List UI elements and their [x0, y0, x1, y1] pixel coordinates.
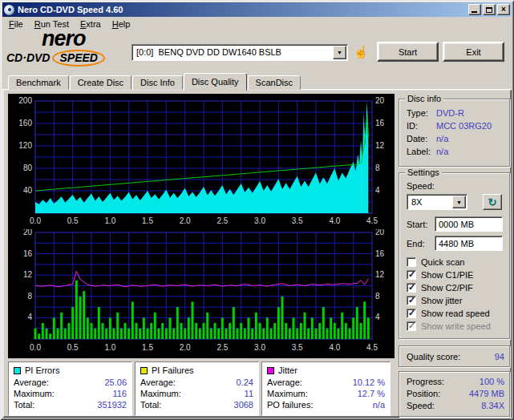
stat-row: Maximum:116: [14, 389, 127, 400]
drive-select[interactable]: [0:0] BENQ DVD DD DW1640 BSLB ▼: [132, 44, 348, 61]
svg-text:2.5: 2.5: [217, 343, 228, 352]
tab-benchmark[interactable]: Benchmark: [8, 75, 69, 90]
progress-value: 100 %: [480, 377, 504, 388]
tab-scandisc[interactable]: ScanDisc: [248, 75, 301, 90]
svg-text:4: 4: [375, 186, 380, 195]
chart-area: 4080120160200481216200.00.51.01.52.02.53…: [8, 94, 395, 358]
svg-text:8: 8: [375, 292, 380, 301]
tab-disc-info[interactable]: Disc Info: [132, 75, 183, 90]
pi-errors-stats-title: PI Errors: [25, 365, 59, 375]
svg-text:40: 40: [23, 186, 33, 195]
close-button[interactable]: ×: [497, 4, 510, 15]
app-disc-icon: [4, 5, 14, 15]
pi-failures-color-swatch: [140, 367, 148, 374]
menu-item-help[interactable]: Help: [107, 18, 136, 30]
progress-group: Progress: 100 % Position: 4479 MB Speed:…: [399, 371, 510, 417]
svg-text:2.0: 2.0: [180, 216, 191, 225]
end-position-input[interactable]: [435, 236, 503, 251]
checkbox-quick-scan[interactable]: ✓ Quick scan: [407, 256, 464, 268]
stat-row: Maximum:11: [140, 389, 253, 400]
refresh-icon: ↻: [488, 196, 497, 208]
stat-row: Average:25.06: [14, 378, 127, 389]
pi-failures-stats-title: PI Failures: [152, 365, 194, 375]
pi-failures-chart: 48121620481216200.00.51.01.52.02.53.03.5…: [8, 229, 395, 356]
disc-type-value: DVD-R: [436, 108, 464, 119]
svg-text:0.5: 0.5: [67, 343, 79, 352]
svg-text:2.5: 2.5: [217, 216, 228, 225]
check-icon: ✓: [408, 295, 415, 305]
minimize-button[interactable]: [468, 4, 481, 15]
svg-text:0.0: 0.0: [30, 343, 41, 352]
pi-errors-color-swatch: [14, 367, 21, 374]
pi-errors-stats-panel: PI Errors Average:25.06 Maximum:116 Tota…: [8, 361, 132, 416]
checkbox-icon: ✓: [407, 309, 416, 318]
svg-text:1.5: 1.5: [142, 343, 153, 352]
logo-speed-text: SPEED: [52, 50, 104, 67]
nero-logo-text: nero: [42, 26, 86, 51]
maximize-icon: [486, 7, 492, 13]
svg-text:0.5: 0.5: [67, 216, 79, 225]
position-row: Position: 4479 MB: [407, 389, 504, 400]
disc-id-value: MCC 03RG20: [436, 121, 492, 132]
pi-errors-chart: 4080120160200481216200.00.51.01.52.02.53…: [8, 94, 395, 228]
svg-text:16: 16: [23, 249, 33, 258]
svg-text:3.0: 3.0: [254, 343, 265, 352]
checkbox-show-c2-pif[interactable]: ✓ Show C2/PIF: [407, 282, 473, 293]
minimize-icon: [472, 11, 477, 13]
start-button[interactable]: Start: [377, 42, 439, 62]
drive-select-button[interactable]: ▼: [333, 46, 346, 59]
jitter-stats-panel: Jitter Average:10.12 % Maximum:12.7 % PO…: [261, 361, 391, 416]
stat-row: PO failures:n/a: [267, 400, 385, 411]
menu-item-file[interactable]: File: [3, 18, 29, 30]
checkbox-icon: ✓: [407, 296, 416, 305]
tab-disc-quality[interactable]: Disc Quality: [184, 73, 247, 91]
position-value: 4479 MB: [469, 389, 504, 400]
nero-logo-subtitle: CD·DVDSPEED: [6, 51, 105, 64]
svg-text:1.0: 1.0: [104, 343, 115, 352]
svg-text:12: 12: [375, 141, 385, 150]
svg-text:1.5: 1.5: [142, 216, 153, 225]
speed-value: 8.34X: [481, 401, 504, 412]
svg-text:4.5: 4.5: [366, 343, 378, 352]
pi-failures-stats-panel: PI Failures Average:0.24 Maximum:11 Tota…: [135, 361, 259, 416]
maximize-button[interactable]: [483, 4, 496, 15]
speed-select[interactable]: 8X ▼: [407, 194, 467, 210]
checkbox-show-write-speed[interactable]: ✓ Show write speed: [407, 321, 491, 332]
speed-row: Speed: 8.34X: [407, 401, 504, 412]
disc-date-value: n/a: [436, 134, 448, 145]
settings-group: Settings Speed: 8X ▼ ↻ Start: End: ✓ Qui…: [399, 172, 510, 339]
svg-text:3.0: 3.0: [254, 216, 265, 225]
disc-date-row: Date: n/a: [407, 134, 504, 145]
eject-hand-button[interactable]: ☝: [353, 44, 369, 60]
tab-strip: Benchmark Create Disc Disc Info Disc Qua…: [8, 72, 302, 90]
svg-text:16: 16: [375, 249, 385, 258]
stat-row: Total:3068: [140, 400, 253, 411]
chevron-down-icon: ▼: [337, 50, 342, 55]
drive-select-value: [0:0] BENQ DVD DD DW1640 BSLB: [136, 47, 281, 57]
checkbox-show-jitter[interactable]: ✓ Show jitter: [407, 295, 462, 306]
quality-score-row: Quality score: 94: [407, 352, 504, 363]
svg-text:80: 80: [23, 164, 33, 172]
svg-text:3.5: 3.5: [292, 343, 303, 352]
start-position-input[interactable]: [435, 216, 503, 232]
stat-row: Average:0.24: [140, 378, 253, 389]
svg-text:4: 4: [375, 313, 380, 321]
hand-icon: ☝: [354, 45, 369, 59]
svg-text:4: 4: [27, 313, 32, 321]
checkbox-show-c1-pie[interactable]: ✓ Show C1/PIE: [407, 269, 473, 281]
svg-text:20: 20: [375, 96, 385, 105]
settings-title: Settings: [405, 168, 442, 177]
svg-text:12: 12: [23, 270, 33, 279]
exit-button[interactable]: Exit: [443, 42, 504, 62]
tab-create-disc[interactable]: Create Disc: [70, 75, 132, 90]
close-icon: ×: [501, 6, 506, 14]
window-title: Nero CD-DVD Speed 4.60: [18, 5, 467, 14]
svg-text:20: 20: [23, 229, 33, 236]
refresh-speed-button[interactable]: ↻: [483, 194, 502, 210]
stat-row: Total:351932: [14, 400, 127, 411]
speed-label: Speed:: [407, 181, 435, 191]
speed-select-button[interactable]: ▼: [452, 196, 466, 208]
svg-text:1.0: 1.0: [104, 216, 115, 225]
progress-row: Progress: 100 %: [407, 377, 504, 388]
checkbox-show-read-speed[interactable]: ✓ Show read speed: [407, 308, 490, 319]
